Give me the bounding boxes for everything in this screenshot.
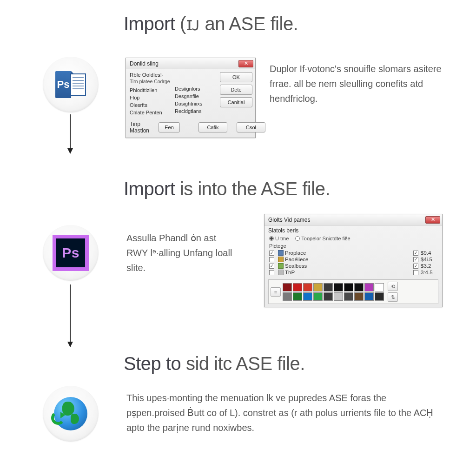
dialog2-title: Glolts Vid pames	[268, 217, 311, 223]
arrow-2	[70, 284, 71, 347]
row2-val: $3.2	[421, 263, 431, 269]
dlg1-right-3: Recidgtians	[175, 107, 217, 115]
dlg1-group-sub: Tirn platee Codrge	[130, 79, 172, 84]
swatch[interactable]	[313, 283, 323, 291]
palette-tool-2[interactable]: ⟲	[388, 282, 398, 291]
swatch[interactable]	[324, 283, 333, 291]
palette: ≡ ⟲ ⇅	[268, 279, 438, 304]
row0-name: Proplace	[285, 250, 306, 256]
step1-circle: Ps	[43, 57, 99, 112]
list-item[interactable]: ThP 3:4.5	[269, 269, 437, 276]
h2-word1: Import	[124, 178, 175, 199]
swatch[interactable]	[303, 283, 312, 291]
list-item[interactable]: Paoéliece ✓$4i.5	[269, 256, 437, 263]
swatch[interactable]	[303, 292, 312, 301]
ps-blue-doc-icon: Ps	[55, 71, 86, 98]
swatch[interactable]	[313, 292, 323, 301]
dlg1-left-0: Phiodttizllen	[130, 86, 172, 94]
h2-word2: is into the ASE file.	[180, 178, 330, 199]
close-icon[interactable]: ✕	[238, 60, 253, 67]
swatch-grid	[283, 283, 384, 301]
swatch[interactable]	[375, 283, 384, 291]
swatch[interactable]	[344, 283, 353, 291]
dialog-2: Glolts Vid pames ✕ Siatols beris U tme T…	[264, 214, 443, 307]
radio2-label: Toopelor Snictdte fil!e	[301, 236, 350, 241]
h1-word3: an ASE file.	[205, 13, 298, 34]
dlg1-left-3: Cnlate Penten	[130, 109, 172, 116]
dlg1-left-1: Flop	[130, 94, 172, 101]
swatch[interactable]	[293, 283, 302, 291]
row2-name: Sealbess	[285, 263, 307, 269]
h1-word1: Import	[124, 13, 175, 34]
swatch[interactable]	[364, 283, 374, 291]
step3-circle	[43, 386, 99, 442]
step2-paragraph: Assulla Phandl ȯn ast RWY lᵊ·alling Unfa…	[126, 231, 238, 275]
h3-word2: sid itc ASE file.	[186, 353, 305, 374]
swatch[interactable]	[354, 292, 364, 301]
csol-button[interactable]: Csol	[237, 122, 265, 132]
swatch[interactable]	[293, 292, 302, 301]
dete-button[interactable]: Dete	[220, 85, 252, 95]
swatch[interactable]	[283, 283, 292, 291]
row0-val: $9.4	[421, 250, 431, 256]
dlg1-right-2: Dasightniixs	[175, 100, 217, 107]
dlg2-subhead: Pictoge	[264, 243, 442, 250]
heading-3: Step to sid itc ASE file.	[124, 353, 305, 374]
dialog2-titlebar: Glolts Vid pames ✕	[264, 214, 442, 225]
palette-tool-3[interactable]: ⇅	[388, 292, 398, 302]
radio-toopelor[interactable]: Toopelor Snictdte fil!e	[295, 236, 350, 241]
row1-val: $4i.5	[421, 257, 432, 262]
row3-val: 3:4.5	[421, 270, 433, 275]
heading-1: Import (ɪᴊ an ASE file.	[124, 13, 298, 34]
dialog1-title: Donlld sling	[130, 60, 159, 67]
swatch[interactable]	[354, 283, 364, 291]
dlg2-section-label: Siatols beris	[264, 225, 442, 235]
dlg1-right-1: Desganfile	[175, 93, 217, 100]
swatch[interactable]	[324, 292, 333, 301]
heading-2: Import is into the ASE file.	[124, 178, 330, 199]
dialog-1: Donlld sling ✕ Rble Ooldles!· Tirn plate…	[126, 58, 256, 138]
radio1-label: U tme	[275, 236, 289, 241]
h3-word1: Step to	[124, 353, 181, 374]
globe-refresh-icon	[54, 397, 87, 430]
h1-word2: (ɪᴊ	[180, 13, 200, 34]
swatch[interactable]	[283, 292, 292, 301]
een-button[interactable]: Een	[159, 122, 180, 132]
swatch[interactable]	[364, 292, 374, 301]
step1-paragraph: Duplor If·votonc's snouifle slomars asit…	[270, 61, 442, 106]
ps-letter-block: Ps	[55, 71, 71, 98]
doc-sheet-icon	[70, 73, 86, 96]
swatch[interactable]	[375, 292, 384, 301]
list-item[interactable]: ✓Proplace ✓$9.4	[269, 250, 437, 256]
cafik-button[interactable]: Cafik	[198, 122, 227, 132]
step3-paragraph: This upes·monting the menuation lk ve pu…	[126, 390, 443, 435]
swatch[interactable]	[334, 283, 343, 291]
dialog1-titlebar: Donlld sling ✕	[126, 58, 255, 69]
swatch[interactable]	[334, 292, 343, 301]
arrow-1	[70, 114, 71, 153]
dlg1-left-2: Oiesrfts	[130, 101, 172, 109]
photoshop-icon: Ps	[55, 238, 86, 268]
list-item[interactable]: ✓Sealbess ✓$3.2	[269, 263, 437, 269]
canitial-button[interactable]: Canitial	[220, 97, 252, 107]
swatch[interactable]	[344, 292, 353, 301]
row3-name: ThP	[285, 270, 295, 275]
radio-utme[interactable]: U tme	[269, 236, 289, 241]
dlg2-list: ✓Proplace ✓$9.4 Paoéliece ✓$4i.5 ✓Sealbe…	[264, 250, 442, 278]
palette-tool-1[interactable]: ≡	[271, 287, 281, 297]
dlg1-right-0: Desiignlors	[175, 85, 217, 93]
dlg1-footer-label: Tinp Mastion	[130, 121, 149, 134]
close-icon[interactable]: ✕	[425, 216, 440, 224]
ok-button[interactable]: OK	[220, 72, 252, 82]
step2-circle: Ps	[43, 225, 99, 281]
row1-name: Paoéliece	[285, 257, 309, 262]
dlg2-radiogroup: U tme Toopelor Snictdte fil!e	[264, 235, 442, 243]
dlg1-group-title: Rble Ooldles!·	[130, 72, 172, 78]
